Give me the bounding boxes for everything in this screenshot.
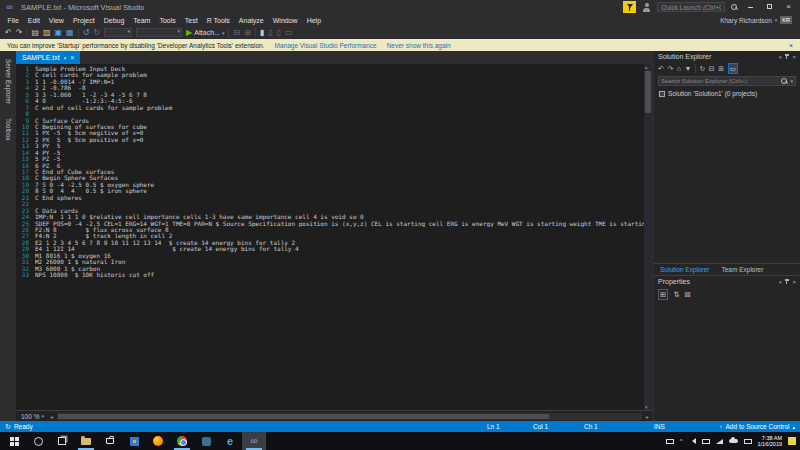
- user-account[interactable]: Khary Richardson ▾ KR: [720, 16, 797, 24]
- editor-zoom-dropdown[interactable]: 100 % ▾: [19, 413, 46, 420]
- tab-close-icon[interactable]: ×: [70, 54, 74, 61]
- save-icon[interactable]: ▣: [55, 28, 63, 37]
- vertical-scrollbar-thumb[interactable]: [645, 71, 651, 113]
- menu-item[interactable]: Analyze: [234, 17, 268, 24]
- next-bookmark-icon[interactable]: ▯: [268, 28, 272, 37]
- solution-root-item[interactable]: Solution 'Solution1' (0 projects): [659, 90, 800, 97]
- back-icon[interactable]: ↶: [658, 64, 664, 73]
- categorized-icon[interactable]: ⊞: [658, 289, 668, 300]
- tab-solution-explorer[interactable]: Solution Explorer: [654, 266, 716, 273]
- horizontal-scrollbar-thumb[interactable]: [58, 414, 549, 419]
- search-icon[interactable]: [731, 4, 738, 11]
- store-button[interactable]: [98, 432, 122, 450]
- panel-close-icon[interactable]: ×: [792, 279, 796, 285]
- find-in-files-icon[interactable]: ⊟: [233, 28, 240, 37]
- start-button[interactable]: [2, 432, 26, 450]
- clear-bookmarks-icon[interactable]: ▭: [285, 28, 293, 37]
- pin-icon[interactable]: [786, 279, 787, 284]
- alphabetical-icon[interactable]: ⇅: [673, 290, 679, 299]
- menu-item[interactable]: Debug: [99, 17, 129, 24]
- search-icon[interactable]: [781, 78, 788, 85]
- comment-icon[interactable]: ⊞: [244, 28, 251, 37]
- attach-button[interactable]: ▶ Attach... ▾: [186, 28, 224, 37]
- firefox-button[interactable]: [146, 432, 170, 450]
- person-icon[interactable]: [642, 3, 651, 12]
- menu-item[interactable]: R Tools: [202, 17, 234, 24]
- feedback-icon[interactable]: [623, 1, 636, 13]
- file-explorer-button[interactable]: [74, 432, 98, 450]
- code-editor[interactable]: 1 Sample Problem Input Deck 2 C cell car…: [16, 64, 652, 410]
- debug-target-dropdown[interactable]: [104, 28, 132, 37]
- new-file-icon[interactable]: ▤: [31, 28, 39, 37]
- add-to-source-control-button[interactable]: ↑ Add to Source Control ▴: [720, 423, 795, 430]
- close-button[interactable]: ×: [782, 2, 795, 12]
- battery-icon[interactable]: [702, 439, 710, 444]
- menu-item[interactable]: Team: [129, 17, 155, 24]
- solution-search-input[interactable]: [661, 78, 779, 84]
- preview-selected-items-icon[interactable]: ▭: [728, 63, 739, 74]
- remote-desktop-icon[interactable]: [666, 439, 674, 444]
- navigate-back-icon[interactable]: ↶: [5, 28, 12, 37]
- onedrive-icon[interactable]: [729, 439, 738, 443]
- solution-configurations-dropdown[interactable]: [136, 28, 182, 37]
- home-icon[interactable]: ⌂: [677, 64, 681, 73]
- menu-item[interactable]: File: [3, 17, 23, 24]
- app-button[interactable]: [194, 432, 218, 450]
- solution-explorer-search[interactable]: ▾: [658, 76, 796, 86]
- task-view-button[interactable]: [50, 432, 74, 450]
- scroll-left-icon[interactable]: ◂: [50, 413, 53, 420]
- action-center-icon[interactable]: [788, 437, 796, 445]
- menu-item[interactable]: Tools: [155, 17, 180, 24]
- chevron-down-icon[interactable]: ▾: [790, 78, 793, 84]
- server-explorer-tab[interactable]: Server Explorer: [5, 59, 12, 104]
- menu-item[interactable]: Edit: [23, 17, 44, 24]
- quick-launch-input[interactable]: [657, 2, 725, 12]
- network-icon[interactable]: [716, 439, 723, 444]
- window-position-icon[interactable]: ▾: [779, 279, 782, 285]
- pin-icon[interactable]: [786, 54, 787, 59]
- undo-icon[interactable]: ↺: [83, 28, 90, 37]
- photos-button[interactable]: [122, 432, 146, 450]
- navigate-forward-icon[interactable]: ↷: [16, 28, 23, 37]
- open-file-icon[interactable]: ▨: [43, 28, 51, 37]
- menu-item[interactable]: Test: [180, 17, 202, 24]
- edge-button[interactable]: e: [218, 432, 242, 450]
- scroll-up-icon[interactable]: ▴: [645, 64, 648, 70]
- manage-performance-link[interactable]: Manage Visual Studio Performance: [275, 42, 377, 49]
- previous-bookmark-icon[interactable]: ▯: [277, 28, 281, 37]
- menu-item[interactable]: Window: [268, 17, 302, 24]
- chevron-down-icon[interactable]: ▾: [64, 55, 67, 61]
- clock[interactable]: 7:38 AM 1/16/2019: [758, 435, 782, 448]
- bookmark-icon[interactable]: ▮: [260, 28, 264, 37]
- filter-icon[interactable]: ▼: [684, 64, 691, 73]
- properties-icon[interactable]: ⊞: [718, 64, 724, 73]
- menu-item[interactable]: View: [44, 17, 68, 24]
- refresh-icon[interactable]: ↻: [699, 64, 705, 73]
- toolbox-tab[interactable]: Toolbox: [5, 118, 12, 140]
- menu-item[interactable]: Help: [302, 17, 325, 24]
- tab-sample-txt[interactable]: SAMPLE.txt ▾ ×: [16, 51, 80, 64]
- collapse-all-icon[interactable]: ⊟: [709, 64, 715, 73]
- cortana-button[interactable]: [26, 432, 50, 450]
- forward-icon[interactable]: ↷: [667, 64, 673, 73]
- code-line[interactable]: 33 NPS 10000 $ 10K historis cut off: [16, 272, 652, 278]
- save-all-icon[interactable]: ▦: [66, 28, 74, 37]
- show-hidden-icons-icon[interactable]: ^: [680, 438, 683, 444]
- notification-close-icon[interactable]: ×: [789, 42, 793, 49]
- chrome-button[interactable]: [170, 432, 194, 450]
- status-feedback-icon[interactable]: ↻: [5, 423, 11, 431]
- scroll-down-icon[interactable]: ▾: [645, 404, 648, 410]
- volume-icon[interactable]: [689, 438, 696, 444]
- panel-close-icon[interactable]: ×: [792, 54, 796, 60]
- vertical-scrollbar[interactable]: ▴ ▾: [644, 64, 652, 410]
- horizontal-scrollbar[interactable]: [57, 413, 642, 420]
- never-show-again-link[interactable]: Never show this again: [387, 42, 451, 49]
- redo-icon[interactable]: ↻: [93, 28, 100, 37]
- window-position-icon[interactable]: ▾: [779, 54, 782, 60]
- scroll-right-icon[interactable]: ▸: [646, 413, 649, 420]
- tab-team-explorer[interactable]: Team Explorer: [716, 266, 770, 273]
- visual-studio-button[interactable]: ∞: [242, 432, 266, 450]
- touch-keyboard-icon[interactable]: [744, 439, 752, 444]
- property-pages-icon[interactable]: ⊠: [685, 290, 691, 299]
- menu-item[interactable]: Project: [68, 17, 99, 24]
